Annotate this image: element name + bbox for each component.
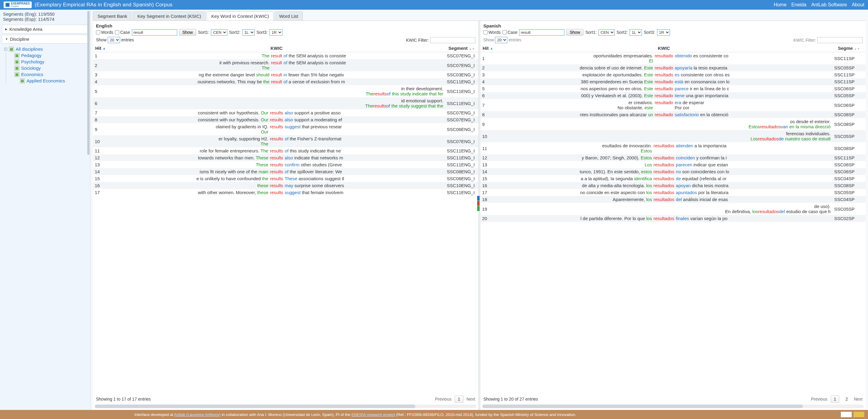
checkbox[interactable] bbox=[14, 53, 19, 58]
table-row[interactable]: 9olained by gradients in IQ. Ourresultss… bbox=[93, 123, 478, 135]
table-row[interactable]: 12towards networks than men. Theseresult… bbox=[93, 154, 478, 161]
col-hit[interactable]: Hit ▲ bbox=[93, 44, 108, 52]
page-1-eng[interactable]: 1 bbox=[455, 395, 464, 403]
nav-eneida[interactable]: Eneida bbox=[791, 2, 806, 7]
table-row[interactable]: 5nos aspectos pero no en otros. Esteresu… bbox=[480, 85, 866, 92]
table-row[interactable]: 6000) y Venkatesh et al. (2003). Esteres… bbox=[480, 92, 866, 99]
nav-about[interactable]: About bbox=[852, 2, 864, 7]
table-row[interactable]: 11esultados de innovación. Estosresultad… bbox=[480, 142, 866, 154]
words-checkbox-eng[interactable]: Words bbox=[96, 30, 113, 35]
table-row[interactable]: 4ousiness networks. This may be theresul… bbox=[93, 78, 478, 85]
checkbox-all[interactable] bbox=[9, 47, 14, 52]
kwic-filter-input-esp[interactable] bbox=[817, 37, 863, 43]
table-row[interactable]: 17no coincide en este aspecto con losres… bbox=[480, 189, 866, 196]
table-row[interactable]: 14tunco, 1991). En este sentido, estosre… bbox=[480, 168, 866, 175]
table-row[interactable]: 5in their development. Theresultsof this… bbox=[93, 85, 478, 97]
footer-link-eneida[interactable]: ENEIDA research project bbox=[351, 412, 395, 417]
search-input-esp[interactable] bbox=[519, 29, 564, 36]
show-button-esp[interactable]: Show bbox=[566, 29, 583, 36]
table-row[interactable]: 18Aparentemente, losresultadosdel anális… bbox=[480, 196, 866, 203]
kwic-table-esp: Hit ▲ KWIC Segme ▲▼ 1oportunidades empre… bbox=[480, 44, 866, 222]
table-row[interactable]: 12y Baron, 2007; Singh, 2000). Estosresu… bbox=[480, 154, 866, 161]
table-row[interactable]: 19de uso). En definitiva, losresultadosd… bbox=[480, 203, 866, 215]
col-hit[interactable]: Hit ▲ bbox=[480, 44, 496, 52]
show-button-eng[interactable]: Show bbox=[179, 29, 196, 36]
case-checkbox-esp[interactable]: Case bbox=[502, 30, 518, 35]
nav-home[interactable]: Home bbox=[774, 2, 786, 7]
table-row[interactable]: 10er loyalty, supporting H2. Theresultso… bbox=[93, 135, 478, 147]
prev-button-esp[interactable]: Previous bbox=[811, 397, 827, 401]
table-row[interactable]: 2it with previous research. Theresultof … bbox=[93, 59, 478, 71]
prev-button-eng[interactable]: Previous bbox=[435, 397, 451, 401]
minus-icon[interactable]: − bbox=[4, 48, 7, 51]
tree-all-disciplines[interactable]: − All disciplines bbox=[4, 46, 86, 52]
table-row[interactable]: 16de alta y media-alta tecnología. losre… bbox=[480, 182, 866, 189]
table-row[interactable]: 4380 emprendedores en Suecia Esteresulta… bbox=[480, 78, 866, 85]
table-row[interactable]: 7consistent with our hypothesis. Ourresu… bbox=[93, 109, 478, 116]
logo[interactable]: EXEMPRAES Corpus bbox=[4, 1, 32, 8]
sort3-select-esp[interactable]: 1R bbox=[657, 29, 670, 36]
words-checkbox-esp[interactable]: Words bbox=[484, 30, 501, 35]
hscroll-esp[interactable] bbox=[482, 405, 864, 408]
col-kwic[interactable]: KWIC bbox=[108, 44, 445, 52]
tab-segment-bank[interactable]: Segment Bank bbox=[93, 11, 132, 21]
knowledge-area-accordion[interactable]: ▶ Knowledge Area bbox=[2, 25, 88, 33]
checkbox[interactable] bbox=[14, 72, 19, 77]
table-row[interactable]: 13 Theseresultsconfirm other studies (Gr… bbox=[93, 161, 478, 168]
checkbox[interactable] bbox=[20, 79, 25, 83]
case-checkbox-eng[interactable]: Case bbox=[115, 30, 130, 35]
tree-item-sociology[interactable]: Sociology bbox=[9, 65, 86, 71]
sort1-select-esp[interactable]: CEN bbox=[598, 29, 615, 36]
table-row[interactable]: 3ng the extreme danger level shouldresul… bbox=[93, 71, 478, 78]
table-row[interactable]: 6id emotional support. Theresultsof the … bbox=[93, 97, 478, 109]
nav-antlab[interactable]: AntLab Software bbox=[811, 2, 847, 7]
sort1-select-eng[interactable]: CEN bbox=[211, 29, 227, 36]
next-button-eng[interactable]: Next bbox=[467, 397, 475, 401]
table-row[interactable]: 17with other women. Moreover, theseresul… bbox=[93, 189, 478, 196]
tab-kwic[interactable]: Key Word in Context (KWIC) bbox=[207, 11, 273, 21]
table-row[interactable]: 14isms fit nicely with one of the mainre… bbox=[93, 168, 478, 175]
table-row[interactable]: 3explotación de oportunidades. Esteresul… bbox=[480, 71, 866, 78]
table-row[interactable]: 20l de partida diferente. Por lo que los… bbox=[480, 215, 866, 222]
tree-item-psychology[interactable]: Psychology bbox=[9, 59, 86, 65]
page-2-esp[interactable]: 2 bbox=[842, 396, 851, 402]
page-1-esp[interactable]: 1 bbox=[831, 395, 840, 403]
col-kwic[interactable]: KWIC bbox=[496, 44, 833, 52]
table-row[interactable]: 7er creativos. No obstante, esteresultad… bbox=[480, 99, 866, 111]
sort2-select-eng[interactable]: 1L bbox=[242, 29, 255, 36]
table-row[interactable]: 13 Losresultadosparecen indicar que esta… bbox=[480, 161, 866, 168]
tab-ksic[interactable]: Key Segment in Context (KSIC) bbox=[133, 11, 206, 21]
table-row[interactable]: 8ntes institucionales para alcanzar unre… bbox=[480, 111, 866, 118]
col-segment[interactable]: Segme ▲▼ bbox=[832, 44, 866, 52]
table-row[interactable]: 1oportunidades empresariales. Elresultad… bbox=[480, 52, 866, 65]
entries-select-esp[interactable]: 20 bbox=[495, 37, 507, 43]
sort2-select-esp[interactable]: 1L bbox=[629, 29, 642, 36]
search-input-eng[interactable] bbox=[132, 29, 177, 36]
table-row[interactable]: 10ferencias individuales. Losresultadosd… bbox=[480, 130, 866, 142]
pane-resize-handle[interactable] bbox=[479, 21, 480, 410]
table-row[interactable]: 1 Theresultof the SEM analysis is consis… bbox=[93, 52, 478, 59]
next-button-esp[interactable]: Next bbox=[854, 397, 863, 401]
tab-word-list[interactable]: Word List bbox=[275, 11, 303, 21]
kwic-filter-input-eng[interactable] bbox=[430, 37, 475, 43]
table-row[interactable]: 15a a la aptitud), la segunda identifica… bbox=[480, 175, 866, 182]
entries-select-eng[interactable]: 20 bbox=[108, 37, 120, 43]
sort3-select-eng[interactable]: 1R bbox=[270, 29, 282, 36]
table-row[interactable]: 15e is unlikely to have confounded there… bbox=[93, 175, 478, 182]
tree-item-economics[interactable]: Economics bbox=[9, 71, 86, 78]
checkbox[interactable] bbox=[14, 66, 19, 71]
col-segment[interactable]: Segment ▲▼ bbox=[445, 44, 478, 52]
table-row[interactable]: 11role for female entrepreneurs. Theresu… bbox=[93, 147, 478, 154]
table-row[interactable]: 2dencia sobre el uso de internet. Estere… bbox=[480, 64, 866, 71]
footer-link-antlab[interactable]: Antlab (Laurence Anthony) bbox=[174, 412, 221, 417]
hscroll-eng[interactable] bbox=[95, 405, 476, 408]
table-row[interactable]: 8consistent with our hypothesis. Ourresu… bbox=[93, 116, 478, 123]
tree-item-applied-economics[interactable]: Applied Economics bbox=[9, 78, 86, 84]
sidebar-scrollbar[interactable] bbox=[87, 11, 90, 155]
table-row[interactable]: 16 theseresultsmay surprise some observe… bbox=[93, 182, 478, 189]
hit-cell: 6 bbox=[93, 97, 108, 109]
tree-item-pedagogy[interactable]: Pedagogy bbox=[9, 52, 86, 59]
checkbox[interactable] bbox=[14, 59, 19, 64]
discipline-accordion[interactable]: ▼ Discipline bbox=[2, 35, 88, 43]
table-row[interactable]: 9os desde el exterior. Estosresultadosva… bbox=[480, 118, 866, 130]
